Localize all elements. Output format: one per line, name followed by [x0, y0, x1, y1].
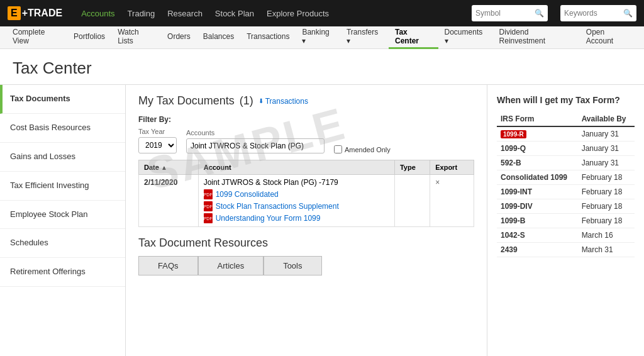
tax-form-row: 2439March 31	[497, 243, 635, 257]
main-content: SAMPLE My Tax Documents (1) Transactions…	[126, 85, 487, 356]
subnav-transactions[interactable]: Transactions	[240, 26, 296, 49]
subnav-orders[interactable]: Orders	[161, 26, 197, 49]
main-layout: Tax Documents Cost Basis Resources Gains…	[0, 85, 644, 356]
filter-section: Filter By: Tax Year 2019 Accounts Amende…	[138, 115, 474, 153]
date-sort-arrow: ▲	[161, 164, 167, 171]
top-navigation: E +TRADE Accounts Trading Research Stock…	[0, 0, 644, 26]
my-tax-docs-label: My Tax Documents	[138, 94, 235, 108]
row-date: 2/11/2020	[139, 175, 199, 227]
tax-form-name: Consolidated 1099	[497, 170, 578, 185]
right-panel-title: When will I get my Tax Form?	[497, 94, 635, 106]
subnav-watchlists[interactable]: Watch Lists	[111, 26, 161, 49]
transactions-link[interactable]: Transactions	[258, 97, 308, 106]
tax-form-row: 1099-BFebruary 18	[497, 214, 635, 228]
col-export: Export	[430, 160, 474, 175]
sub-navigation: Complete View Portfolios Watch Lists Ord…	[0, 26, 644, 49]
tax-form-name: 1042-S	[497, 228, 578, 243]
filter-row: Tax Year 2019 Accounts Amended Only	[138, 128, 474, 153]
subnav-documents[interactable]: Documents ▾	[438, 26, 493, 49]
search-icon: 🔍	[535, 9, 544, 18]
nav-trading[interactable]: Trading	[128, 9, 155, 18]
subnav-open-account[interactable]: Open Account	[580, 26, 638, 49]
nav-research[interactable]: Research	[167, 9, 203, 18]
tax-form-name: 1099-B	[497, 214, 578, 228]
col-account[interactable]: Account	[198, 160, 394, 175]
keywords-search-icon: 🔍	[623, 9, 633, 18]
tax-form-row: 1099-INTFebruary 18	[497, 185, 635, 199]
amended-only-label[interactable]: Amended Only	[334, 145, 391, 153]
resources-tabs: FAQs Articles Tools	[138, 256, 474, 275]
keywords-input[interactable]	[564, 9, 621, 18]
tax-form-available: February 18	[578, 214, 635, 228]
form-badge: 1099-R	[501, 130, 526, 138]
logo: E +TRADE	[8, 6, 62, 20]
tax-form-name: 1099-Q	[497, 142, 578, 156]
nav-explore[interactable]: Explore Products	[267, 9, 329, 18]
tax-docs-section-title: My Tax Documents (1) Transactions	[138, 94, 474, 108]
tax-form-available: March 31	[578, 243, 635, 257]
resources-title: Tax Document Resources	[138, 236, 474, 250]
pdf-icon-understanding: PDF	[204, 213, 213, 223]
doc-links: PDF 1099 Consolidated PDF Stock Plan Tra…	[204, 189, 389, 223]
subnav-banking[interactable]: Banking ▾	[296, 26, 340, 49]
symbol-input[interactable]	[475, 9, 532, 18]
row-account: Joint JTWROS & Stock Plan (PG) -7179	[204, 178, 338, 187]
tax-year-select[interactable]: 2019	[138, 137, 177, 153]
sidebar-item-cost-basis[interactable]: Cost Basis Resources	[0, 114, 125, 143]
tax-form-name: 1099-DIV	[497, 199, 578, 214]
nav-stockplan[interactable]: Stock Plan	[215, 9, 254, 18]
resources-tab-tools[interactable]: Tools	[264, 256, 321, 275]
sidebar-item-tax-efficient[interactable]: Tax Efficient Investing	[0, 172, 125, 201]
amended-only-checkbox[interactable]	[334, 145, 342, 153]
sidebar-item-employee-stock[interactable]: Employee Stock Plan	[0, 201, 125, 230]
col-available-by: Available By	[578, 112, 635, 126]
keywords-search[interactable]: 🔍	[560, 5, 636, 21]
subnav-balances[interactable]: Balances	[197, 26, 240, 49]
nav-accounts[interactable]: Accounts	[81, 9, 114, 18]
subnav-portfolios[interactable]: Portfolios	[67, 26, 111, 49]
subnav-dividend[interactable]: Dividend Reinvestment	[493, 26, 580, 49]
resources-tab-faqs[interactable]: FAQs	[138, 256, 198, 275]
documents-table: Date ▲ Account Type Export 2/11/2020 Joi…	[138, 160, 474, 227]
doc-link-supplement[interactable]: PDF Stock Plan Transactions Supplement	[204, 201, 389, 211]
subnav-transfers[interactable]: Transfers ▾	[340, 26, 389, 49]
tax-form-available: February 18	[578, 170, 635, 185]
doc-link-understanding[interactable]: PDF Understanding Your Form 1099	[204, 213, 389, 223]
right-panel: When will I get my Tax Form? IRS Form Av…	[487, 85, 644, 356]
sidebar-item-gains-losses[interactable]: Gains and Losses	[0, 143, 125, 172]
logo-text: +TRADE	[22, 8, 62, 19]
export-x-icon[interactable]: ×	[435, 178, 440, 187]
tax-form-row: 1099-QJanuary 31	[497, 142, 635, 156]
col-type[interactable]: Type	[394, 160, 430, 175]
doc-link-1099-label: 1099 Consolidated	[216, 190, 279, 199]
accounts-input[interactable]	[186, 138, 325, 153]
doc-link-1099[interactable]: PDF 1099 Consolidated	[204, 189, 389, 199]
tax-year-label: Tax Year	[138, 128, 177, 135]
tax-form-row: 1042-SMarch 16	[497, 228, 635, 243]
tax-form-name: 2439	[497, 243, 578, 257]
amended-only-text: Amended Only	[345, 146, 391, 153]
tax-form-name: 1099-INT	[497, 185, 578, 199]
accounts-label: Accounts	[186, 129, 325, 136]
col-date[interactable]: Date ▲	[139, 160, 199, 175]
subnav-complete-view[interactable]: Complete View	[6, 26, 67, 49]
sidebar-item-schedules[interactable]: Schedules	[0, 229, 125, 258]
tax-form-available: February 18	[578, 199, 635, 214]
table-row: 2/11/2020 Joint JTWROS & Stock Plan (PG)…	[139, 175, 474, 227]
pdf-icon-1099: PDF	[204, 189, 213, 199]
row-export[interactable]: ×	[430, 175, 474, 227]
accounts-group: Accounts	[186, 129, 325, 153]
subnav-tax-center[interactable]: Tax Center	[389, 26, 438, 49]
tax-form-name: 1099-R	[497, 126, 578, 142]
tax-form-row: 592-BJanuary 31	[497, 156, 635, 170]
tax-form-row: Consolidated 1099February 18	[497, 170, 635, 185]
sidebar-item-retirement[interactable]: Retirement Offerings	[0, 258, 125, 287]
tax-form-table: IRS Form Available By 1099-RJanuary 3110…	[497, 112, 635, 257]
filter-by-label: Filter By:	[138, 115, 474, 124]
row-type	[394, 175, 430, 227]
sidebar-item-tax-documents[interactable]: Tax Documents	[0, 85, 125, 114]
tax-form-available: January 31	[578, 156, 635, 170]
resources-tab-articles[interactable]: Articles	[198, 256, 264, 275]
symbol-search[interactable]: 🔍	[472, 5, 548, 21]
sidebar: Tax Documents Cost Basis Resources Gains…	[0, 85, 126, 356]
